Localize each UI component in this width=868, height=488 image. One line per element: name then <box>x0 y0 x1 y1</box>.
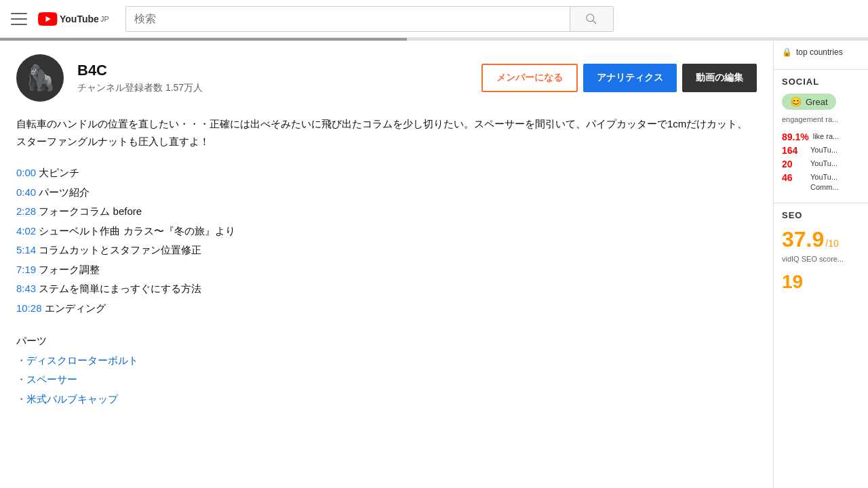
timestamps: 0:00 大ピンチ0:40 パーツ紹介2:28 フォークコラム before4:… <box>16 163 757 318</box>
timestamp-time: 8:43 <box>16 283 36 294</box>
timestamp-item[interactable]: 10:28 エンディング <box>16 299 757 319</box>
timestamp-label: エンディング <box>45 302 106 314</box>
part-item[interactable]: ・ディスクローターボルト <box>16 351 757 371</box>
seo-score: 37.9 /10 <box>782 227 860 252</box>
stat-20-number: 20 <box>782 159 806 169</box>
menu-button[interactable] <box>11 13 27 25</box>
stat-46-label: YouTu... Comm... <box>810 172 860 193</box>
timestamp-label: 大ピンチ <box>39 167 79 178</box>
channel-info: B4C チャンネル登録者数 1.57万人 <box>77 62 481 94</box>
stat-46-number: 46 <box>782 172 806 183</box>
timestamp-label: ステムを簡単にまっすぐにする方法 <box>39 283 201 294</box>
part-item[interactable]: ・米式バルブキャップ <box>16 390 757 409</box>
top-countries-header: 🔒 top countries <box>782 47 860 57</box>
seo-score-label: vidIQ SEO score... <box>782 255 860 263</box>
seo-section: SEO 37.9 /10 vidIQ SEO score... 19 <box>774 203 868 300</box>
timestamp-time: 10:28 <box>16 302 42 314</box>
social-title: SOCIAL <box>782 77 860 87</box>
avatar: 🦍 <box>16 54 64 102</box>
great-emoji: 😊 <box>790 96 802 107</box>
channel-name: B4C <box>77 62 481 79</box>
timestamp-time: 2:28 <box>16 205 36 217</box>
timestamp-label: コラムカットとスタファン位置修正 <box>39 244 201 256</box>
top-countries-label: top countries <box>796 47 843 57</box>
seo-number-19: 19 <box>782 271 860 293</box>
tabs-bar <box>0 38 868 41</box>
stat-164-number: 164 <box>782 145 806 156</box>
timestamp-label: フォークコラム before <box>39 205 142 217</box>
description: 自転車のハンドルの位置を直したい・・・正確には出べそみたいに飛び出たコラムを少し… <box>16 115 757 150</box>
header: YouTube JP <box>0 0 868 38</box>
seo-title: SEO <box>782 210 860 220</box>
timestamp-label: フォーク調整 <box>39 264 100 275</box>
stat-46-row: 46 YouTu... Comm... <box>782 172 860 193</box>
search-button[interactable] <box>570 7 613 31</box>
timestamp-item[interactable]: 8:43 ステムを簡単にまっすぐにする方法 <box>16 279 757 299</box>
timestamp-label: パーツ紹介 <box>39 186 90 198</box>
search-input[interactable] <box>126 7 570 31</box>
top-countries-section: 🔒 top countries <box>774 41 868 70</box>
stat-20-row: 20 YouTu... <box>782 159 860 169</box>
timestamp-label: シューベルト作曲 カラス〜『冬の旅』より <box>39 225 235 237</box>
stat-20-label: YouTu... <box>810 159 837 169</box>
timestamp-time: 4:02 <box>16 225 36 237</box>
content-area: 🦍 B4C チャンネル登録者数 1.57万人 メンバーになる アナリティクス 動… <box>0 41 773 488</box>
timestamp-item[interactable]: 7:19 フォーク調整 <box>16 260 757 280</box>
timestamp-time: 0:40 <box>16 186 36 198</box>
timestamp-item[interactable]: 5:14 コラムカットとスタファン位置修正 <box>16 241 757 260</box>
right-sidebar: 🔒 top countries SOCIAL 😊 Great engagemen… <box>773 41 868 488</box>
youtube-logo[interactable]: YouTube JP <box>38 12 109 26</box>
stat-164-row: 164 YouTu... <box>782 145 860 156</box>
channel-subscribers: チャンネル登録者数 1.57万人 <box>77 82 481 94</box>
engagement-label: engagement ra... <box>782 115 860 123</box>
parts-section: パーツ ・ディスクローターボルト・スペーサー・米式バルブキャップ <box>16 331 757 409</box>
channel-buttons: メンバーになる アナリティクス 動画の編集 <box>481 64 757 92</box>
great-badge: 😊 Great <box>782 94 836 110</box>
channel-header: 🦍 B4C チャンネル登録者数 1.57万人 メンバーになる アナリティクス 動… <box>16 54 757 102</box>
like-rate-row: 89.1% like ra... <box>782 131 860 142</box>
member-button[interactable]: メンバーになる <box>481 64 578 92</box>
like-rate-number: 89.1% <box>782 131 809 142</box>
svg-text:YouTube: YouTube <box>60 14 99 24</box>
part-item[interactable]: ・スペーサー <box>16 370 757 390</box>
great-text: Great <box>806 97 828 107</box>
timestamp-time: 5:14 <box>16 244 36 256</box>
timestamp-time: 0:00 <box>16 167 36 178</box>
social-section: SOCIAL 😊 Great engagement ra... 89.1% li… <box>774 70 868 203</box>
like-rate-label: like ra... <box>813 131 840 142</box>
seo-score-max: /10 <box>825 238 838 249</box>
stat-164-label: YouTu... <box>810 145 837 155</box>
region-label: JP <box>100 15 109 23</box>
tabs-bar-indicator <box>0 38 407 41</box>
timestamp-item[interactable]: 2:28 フォークコラム before <box>16 202 757 222</box>
main-content: 🦍 B4C チャンネル登録者数 1.57万人 メンバーになる アナリティクス 動… <box>0 41 868 488</box>
lock-icon: 🔒 <box>782 47 792 57</box>
edit-button[interactable]: 動画の編集 <box>682 64 757 92</box>
search-bar <box>125 6 614 32</box>
seo-score-number: 37.9 <box>782 227 824 252</box>
timestamp-time: 7:19 <box>16 264 36 275</box>
timestamp-item[interactable]: 0:00 大ピンチ <box>16 163 757 183</box>
timestamp-item[interactable]: 0:40 パーツ紹介 <box>16 183 757 203</box>
timestamp-item[interactable]: 4:02 シューベルト作曲 カラス〜『冬の旅』より <box>16 222 757 241</box>
analytics-button[interactable]: アナリティクス <box>583 64 677 92</box>
parts-title: パーツ <box>16 331 757 351</box>
